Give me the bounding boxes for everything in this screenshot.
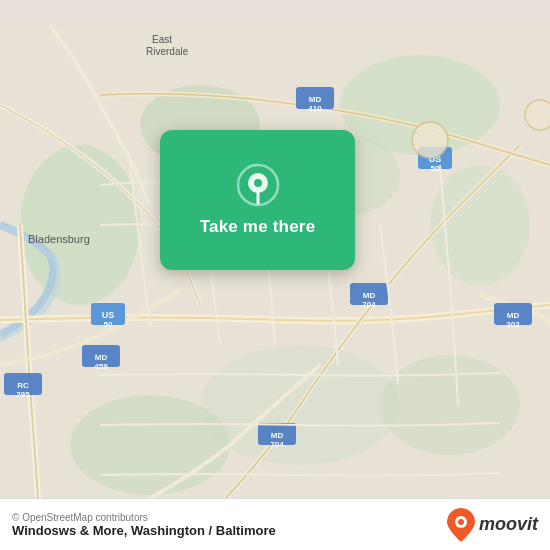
svg-text:295: 295 [16,390,30,399]
take-me-there-card[interactable]: Take me there [160,130,355,270]
take-me-there-label: Take me there [200,217,316,237]
svg-point-5 [70,395,230,495]
svg-text:50: 50 [431,164,440,173]
svg-text:50: 50 [104,320,113,329]
svg-point-6 [380,355,520,455]
svg-text:MD: MD [507,311,520,320]
svg-point-36 [412,122,448,158]
svg-text:459: 459 [94,362,108,371]
svg-text:MD: MD [363,291,376,300]
bottom-bar: © OpenStreetMap contributors Windosws & … [0,498,550,550]
map-container: US 50 MD 410 US 50 MD 704 MD 704 MD 459 … [0,0,550,550]
svg-text:MD: MD [309,95,322,104]
svg-text:704: 704 [362,300,376,309]
map-svg: US 50 MD 410 US 50 MD 704 MD 704 MD 459 … [0,0,550,550]
svg-text:202: 202 [506,320,520,329]
moovit-text: moovit [479,514,538,535]
copyright-text: © OpenStreetMap contributors [12,512,447,523]
svg-point-40 [254,179,262,187]
svg-text:MD: MD [95,353,108,362]
svg-text:410: 410 [308,104,322,113]
svg-text:Bladensburg: Bladensburg [28,233,90,245]
svg-text:704: 704 [270,440,284,449]
svg-text:US: US [102,310,115,320]
moovit-logo: moovit [447,508,538,542]
svg-text:Riverdale: Riverdale [146,46,189,57]
svg-text:East: East [152,34,172,45]
svg-text:MD: MD [271,431,284,440]
svg-point-37 [525,100,550,130]
svg-text:RC: RC [17,381,29,390]
moovit-pin-icon [447,508,475,542]
svg-point-42 [458,519,464,525]
location-pin-icon [236,163,280,207]
location-name: Windosws & More, Washington / Baltimore [12,523,447,538]
